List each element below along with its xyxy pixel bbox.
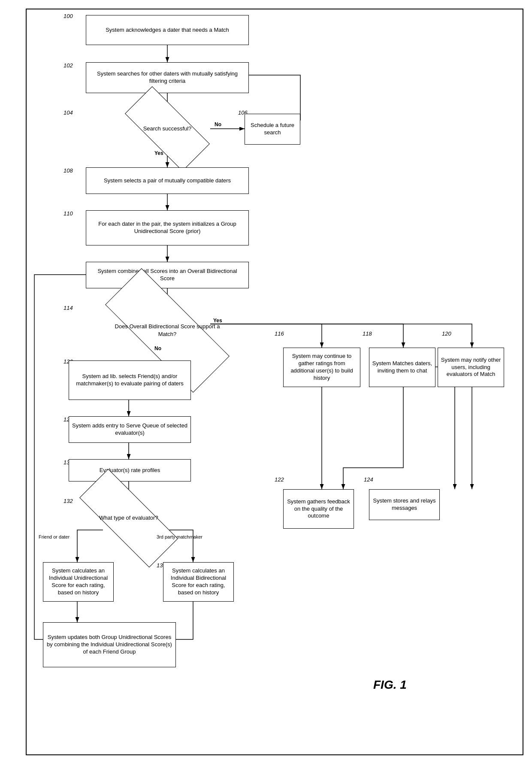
- diagram-border: [26, 9, 523, 755]
- flowchart-diagram: 100 System acknowledges a dater that nee…: [0, 0, 532, 769]
